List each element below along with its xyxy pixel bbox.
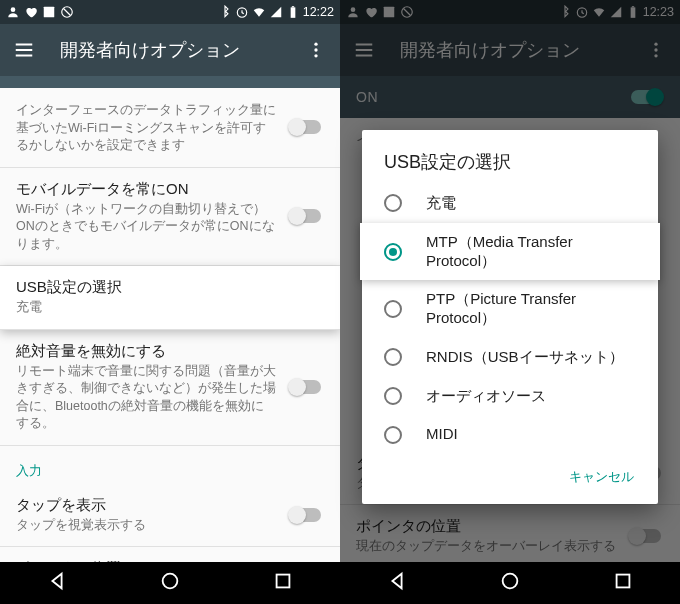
row-sub: タップを視覚表示する — [16, 517, 276, 535]
heart-icon — [24, 5, 38, 19]
row-show-taps[interactable]: タップを表示 タップを視覚表示する — [0, 484, 340, 548]
section-input: 入力 — [0, 446, 340, 484]
bluetooth-icon — [218, 5, 232, 19]
user-icon — [6, 5, 20, 19]
switch-wifi-roaming[interactable] — [288, 117, 324, 137]
option-midi[interactable]: MIDI — [362, 415, 658, 454]
settings-list[interactable]: x インターフェースのデータトラフィック量に基づいたWi-Fiローミングスキャン… — [0, 88, 340, 562]
svg-rect-6 — [292, 6, 294, 7]
radio-icon — [384, 387, 402, 405]
image-icon — [42, 5, 56, 19]
radio-icon — [384, 348, 402, 366]
switch-mobile-data[interactable] — [288, 206, 324, 226]
svg-rect-1 — [44, 7, 55, 18]
radio-icon — [384, 194, 402, 212]
row-pointer-location[interactable]: ポインタの位置 現在のタップデータをオーバーレイ表示する — [0, 547, 340, 562]
phone-left: 12:22 開発者向けオプション ON x インターフェースのデータトラフィック… — [0, 0, 340, 604]
cancel-button[interactable]: キャンセル — [561, 460, 642, 494]
radio-icon — [384, 300, 402, 318]
nav-recent-icon[interactable] — [272, 570, 294, 596]
row-title: タップを表示 — [16, 496, 276, 515]
option-mtp[interactable]: MTP（Media Transfer Protocol） — [360, 223, 660, 281]
option-audio-source[interactable]: オーディオソース — [362, 377, 658, 416]
wifi-icon — [252, 5, 266, 19]
battery-icon — [286, 5, 300, 19]
alarm-icon — [235, 5, 249, 19]
nav-back-icon[interactable] — [386, 570, 408, 596]
svg-point-9 — [314, 54, 317, 57]
row-title: ポインタの位置 — [16, 559, 276, 562]
nosign-icon — [60, 5, 74, 19]
svg-rect-11 — [277, 575, 290, 588]
svg-point-22 — [503, 574, 518, 589]
row-sub: インターフェースのデータトラフィック量に基づいたWi-Fiローミングスキャンを許… — [16, 102, 276, 155]
svg-point-8 — [314, 48, 317, 51]
radio-icon — [384, 243, 402, 261]
dialog-title: USB設定の選択 — [362, 150, 658, 184]
switch-show-taps[interactable] — [288, 505, 324, 525]
navbar — [340, 562, 680, 604]
statusbar: 12:22 — [0, 0, 340, 24]
svg-point-7 — [314, 43, 317, 46]
navbar — [0, 562, 340, 604]
svg-point-0 — [11, 7, 16, 12]
row-sub: 充電 — [16, 299, 324, 317]
svg-line-3 — [64, 9, 71, 16]
row-title: モバイルデータを常にON — [16, 180, 276, 199]
row-sub: リモート端末で音量に関する問題（音量が大きすぎる、制御できないなど）が発生した場… — [16, 363, 276, 433]
svg-rect-23 — [617, 575, 630, 588]
nav-home-icon[interactable] — [159, 570, 181, 596]
svg-point-10 — [163, 574, 178, 589]
overflow-icon[interactable] — [304, 38, 328, 62]
row-title: 絶対音量を無効にする — [16, 342, 276, 361]
nav-recent-icon[interactable] — [612, 570, 634, 596]
phone-right: 12:23 開発者向けオプション ON インターフェースのデータトラフィック量に… — [340, 0, 680, 604]
row-sub: Wi-Fiが（ネットワークの自動切り替えで）ONのときでもモバイルデータが常にO… — [16, 201, 276, 254]
cell-icon — [269, 5, 283, 19]
radio-icon — [384, 426, 402, 444]
option-ptp[interactable]: PTP（Picture Transfer Protocol） — [362, 280, 658, 338]
option-rndis[interactable]: RNDIS（USBイーサネット） — [362, 338, 658, 377]
usb-config-dialog: USB設定の選択 充電 MTP（Media Transfer Protocol）… — [362, 130, 658, 504]
nav-home-icon[interactable] — [499, 570, 521, 596]
menu-icon[interactable] — [12, 38, 36, 62]
svg-rect-5 — [290, 7, 295, 17]
clock: 12:22 — [303, 5, 334, 19]
row-usb-config[interactable]: USB設定の選択 充電 — [0, 266, 340, 330]
row-title: USB設定の選択 — [16, 278, 324, 297]
row-wifi-roaming[interactable]: x インターフェースのデータトラフィック量に基づいたWi-Fiローミングスキャン… — [0, 88, 340, 168]
toolbar: 開発者向けオプション — [0, 24, 340, 76]
option-charge[interactable]: 充電 — [362, 184, 658, 223]
nav-back-icon[interactable] — [46, 570, 68, 596]
row-mobile-data[interactable]: モバイルデータを常にON Wi-Fiが（ネットワークの自動切り替えで）ONのとき… — [0, 168, 340, 267]
page-title: 開発者向けオプション — [60, 38, 304, 62]
row-absolute-volume[interactable]: 絶対音量を無効にする リモート端末で音量に関する問題（音量が大きすぎる、制御でき… — [0, 330, 340, 446]
switch-absolute-volume[interactable] — [288, 377, 324, 397]
